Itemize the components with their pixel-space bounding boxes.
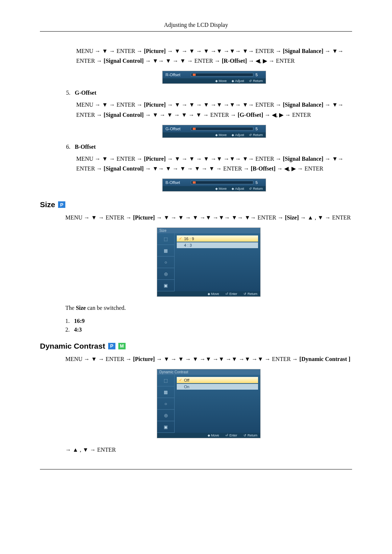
- menu-icon[interactable]: ○: [157, 257, 175, 268]
- slider-label: B-Offset: [166, 180, 191, 185]
- menu-option[interactable]: 4 : 3: [177, 242, 258, 248]
- p-badge-icon: P: [58, 201, 65, 208]
- slider-label: R-Offset: [166, 73, 191, 77]
- m-badge-icon: M: [118, 343, 126, 349]
- menu-icon[interactable]: ○: [157, 398, 175, 410]
- size-menu: Size ⬚ ▦ ○ ◎ ▣ ✓16 : 9 4 : 3 ◆ Move ⏎ En…: [157, 227, 261, 297]
- menu-icon[interactable]: ⬚: [157, 375, 175, 386]
- slider-bar[interactable]: [191, 181, 253, 184]
- menu-icon[interactable]: ▦: [157, 386, 175, 398]
- footer-rule: [40, 469, 352, 469]
- slider-bar[interactable]: [191, 127, 253, 131]
- boffset-slider: B-Offset 5 ◆ Move ◆ Adjust ↺ Return: [162, 178, 266, 192]
- slider-bar[interactable]: [191, 73, 253, 77]
- menu-icon[interactable]: ◎: [157, 268, 175, 280]
- page-header: Adjusting the LCD Display: [40, 22, 352, 32]
- menu-icon[interactable]: ▦: [157, 245, 175, 257]
- dyncontrast-path: MENU → ▼ → ENTER → [Picture] → ▼ → ▼ → ▼…: [65, 354, 352, 364]
- size-path: MENU → ▼ → ENTER → [Picture] → ▼ → ▼ → ▼…: [65, 213, 352, 222]
- roffset-path: MENU → ▼ → ENTER → [Picture] → ▼ → ▼ → ▼…: [76, 46, 352, 66]
- slider-value: 5: [256, 73, 263, 77]
- menu-title: Size: [157, 228, 260, 233]
- footer-enter: ⏎ Enter: [225, 434, 237, 437]
- dyncontrast-suffix: → ▲ , ▼ → ENTER: [65, 445, 352, 455]
- footer-adjust: ◆ Adjust: [232, 79, 244, 83]
- menu-icon[interactable]: ◎: [157, 410, 175, 421]
- footer-move: ◆ Move: [215, 133, 227, 137]
- roffset-slider: R-Offset 5 ◆ Move ◆ Adjust ↺ Return: [162, 71, 266, 84]
- slider-value: 5: [256, 127, 263, 131]
- menu-icon[interactable]: ⬚: [157, 233, 175, 245]
- page-title: Adjusting the LCD Display: [164, 22, 228, 28]
- footer-return: ↺ Return: [244, 292, 257, 296]
- menu-icon[interactable]: ▣: [157, 280, 175, 291]
- dynamic-contrast-heading: Dynamic Contrast P M: [40, 342, 352, 350]
- menu-option[interactable]: ✓Off: [177, 377, 258, 383]
- slider-label: G-Offset: [166, 127, 191, 131]
- footer-move: ◆ Move: [215, 187, 227, 190]
- footer-adjust: ◆ Adjust: [232, 187, 244, 190]
- p-badge-icon: P: [108, 343, 115, 349]
- footer-adjust: ◆ Adjust: [232, 133, 244, 137]
- goffset-slider: G-Offset 5 ◆ Move ◆ Adjust ↺ Return: [162, 125, 266, 138]
- footer-move: ◆ Move: [215, 79, 227, 83]
- slider-value: 5: [256, 180, 263, 185]
- footer-return: ↺ Return: [249, 79, 263, 83]
- size-heading: Size P: [40, 200, 352, 209]
- menu-option[interactable]: On: [177, 384, 258, 390]
- footer-return: ↺ Return: [249, 133, 263, 137]
- dyncontrast-menu: Dynamic Contrast ⬚ ▦ ○ ◎ ▣ ✓Off On ◆ Mov…: [157, 369, 261, 438]
- size-body: The Size can be switched.: [65, 303, 352, 313]
- menu-option[interactable]: ✓16 : 9: [177, 235, 258, 242]
- footer-enter: ⏎ Enter: [225, 292, 237, 296]
- footer-move: ◆ Move: [208, 292, 219, 296]
- boffset-path: MENU → ▼ → ENTER → [Picture] → ▼ → ▼ → ▼…: [76, 154, 352, 173]
- boffset-heading: 6.B-Offset: [66, 144, 352, 150]
- menu-icon[interactable]: ▣: [157, 421, 175, 433]
- size-list: 1.16:9 2.4:3: [65, 318, 352, 333]
- footer-return: ↺ Return: [249, 187, 263, 190]
- menu-title: Dynamic Contrast: [157, 369, 260, 375]
- goffset-heading: 5.G-Offset: [66, 90, 352, 96]
- footer-return: ↺ Return: [244, 434, 257, 437]
- goffset-path: MENU → ▼ → ENTER → [Picture] → ▼ → ▼ → ▼…: [76, 100, 352, 119]
- footer-move: ◆ Move: [208, 434, 219, 437]
